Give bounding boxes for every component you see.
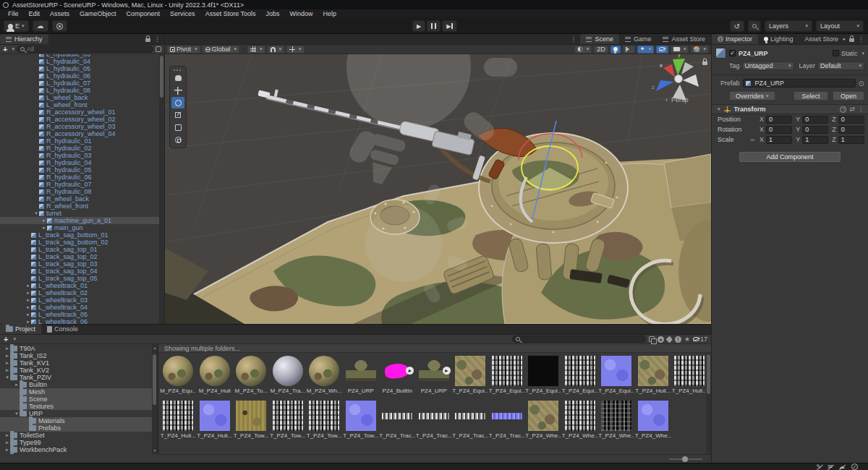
- hierarchy-item[interactable]: R_accessory_wheel_04: [0, 130, 159, 137]
- value-field-x[interactable]: 0: [766, 116, 792, 124]
- hierarchy-item[interactable]: R_hydraulic_04: [0, 159, 159, 166]
- tab-inspector[interactable]: i Inspector: [712, 34, 758, 44]
- scene-view-tab[interactable]: Scene: [580, 34, 619, 44]
- expander-icon[interactable]: [4, 360, 10, 366]
- asset-tile[interactable]: T_PZ4_Whe...: [598, 401, 635, 439]
- value-field-x[interactable]: 0: [766, 126, 792, 134]
- hierarchy-item[interactable]: machine_gun_a_01: [0, 217, 159, 224]
- layers-dropdown[interactable]: Layers▾: [765, 20, 812, 32]
- menu-item[interactable]: Jobs: [261, 10, 285, 17]
- scene-viewport[interactable]: y x z ‹ Persp: [165, 54, 711, 324]
- camera-settings-dropdown[interactable]: ▾: [671, 46, 689, 54]
- expander-icon[interactable]: [4, 432, 10, 438]
- expander-icon[interactable]: [25, 297, 31, 303]
- presets-icon[interactable]: ⇄: [849, 106, 855, 113]
- hierarchy-item[interactable]: R_hydraulic_02: [0, 145, 159, 152]
- hierarchy-item[interactable]: R_wheel_front: [0, 202, 159, 210]
- tab-overflow-icon[interactable]: ▸: [843, 36, 846, 42]
- asset-tile[interactable]: PZ4_URP: [343, 356, 380, 394]
- folder-row[interactable]: Materials: [0, 417, 152, 424]
- asset-tile[interactable]: PZ4_URP: [416, 356, 453, 394]
- asset-tile[interactable]: M_PZ4_Tra...: [270, 356, 307, 394]
- 2d-toggle[interactable]: 2D: [594, 46, 608, 54]
- hierarchy-item[interactable]: R_hydraulic_05: [0, 166, 159, 174]
- expander-icon[interactable]: [14, 411, 20, 416]
- select-button[interactable]: Select: [793, 91, 828, 101]
- folder-row[interactable]: T90A: [0, 345, 152, 352]
- hierarchy-item[interactable]: R_accessory_wheel_03: [0, 123, 159, 130]
- asset-tile[interactable]: T_PZ4_Whe...: [635, 401, 672, 439]
- hierarchy-item[interactable]: main_gun: [0, 224, 159, 231]
- search-everything-button[interactable]: [748, 20, 761, 32]
- asset-tile[interactable]: T_PZ4_Tow...: [343, 401, 380, 439]
- asset-tile[interactable]: T_PZ4_Hull...: [160, 401, 197, 439]
- panel-menu-icon[interactable]: ⋮: [154, 35, 161, 43]
- hierarchy-item[interactable]: L_wheeltrack_02: [0, 289, 159, 296]
- chevron-down-icon[interactable]: ▾: [13, 336, 16, 342]
- asset-tile[interactable]: T_PZ4_Trac...: [379, 401, 416, 439]
- hierarchy-item[interactable]: R_wheel_back: [0, 195, 159, 202]
- picker-icon[interactable]: [156, 46, 161, 52]
- asset-tile[interactable]: T_PZ4_Equi...: [489, 356, 526, 394]
- tool-button[interactable]: [171, 97, 184, 108]
- asset-tile[interactable]: T_PZ4_Hull...: [197, 401, 234, 439]
- hierarchy-item[interactable]: L_wheeltrack_01: [0, 282, 159, 289]
- hierarchy-item[interactable]: R_hydraulic_08: [0, 188, 159, 195]
- hierarchy-item[interactable]: turret: [0, 210, 159, 217]
- tag-dropdown[interactable]: Untagged▾: [742, 61, 794, 70]
- cloud-button[interactable]: ☁: [33, 20, 48, 32]
- grid-scrollbar[interactable]: [706, 353, 711, 454]
- menu-item[interactable]: Assets: [45, 10, 75, 17]
- folder-row[interactable]: Type99: [0, 439, 152, 446]
- expander-icon[interactable]: [14, 382, 20, 388]
- hierarchy-item[interactable]: L_track_sag_top_03: [0, 260, 159, 268]
- expander-icon[interactable]: [25, 312, 31, 317]
- asset-tile[interactable]: T_PZ4_Hull...: [671, 356, 708, 394]
- favorites-icon[interactable]: ★: [684, 336, 690, 343]
- hierarchy-item[interactable]: L_track_sag_top_01: [0, 246, 159, 253]
- panel-menu-icon[interactable]: ⋮: [858, 35, 864, 43]
- step-button[interactable]: ▶: [442, 20, 457, 32]
- layout-dropdown[interactable]: Layout▾: [816, 20, 864, 32]
- tab-lighting[interactable]: Lighting: [758, 34, 799, 44]
- create-object-button[interactable]: +: [3, 46, 7, 53]
- folder-row[interactable]: Tank_IS2: [0, 352, 152, 359]
- object-picker-icon[interactable]: ⊙: [859, 80, 864, 87]
- expander-icon[interactable]: [4, 353, 10, 359]
- asset-tile[interactable]: T_PZ4_Hull...: [635, 356, 672, 394]
- inbox-offline-icon[interactable]: ✉: [827, 464, 833, 470]
- effects-dropdown[interactable]: ✦▾: [637, 46, 654, 54]
- hierarchy-item[interactable]: L_hydraulic_05: [0, 65, 159, 72]
- gizmos-dropdown[interactable]: ▾: [691, 46, 709, 54]
- asset-tile[interactable]: T_PZ4_Trac...: [416, 401, 453, 439]
- play-button[interactable]: ▶: [412, 20, 425, 32]
- hierarchy-item[interactable]: R_hydraulic_06: [0, 174, 159, 181]
- folder-row[interactable]: Tank_KV2: [0, 367, 152, 374]
- asset-tile[interactable]: T_PZ4_Equi...: [452, 356, 489, 394]
- folder-row[interactable]: Tank_KV1: [0, 359, 152, 367]
- value-field-y[interactable]: 1: [802, 136, 828, 144]
- folder-row[interactable]: WorkbenchPack: [0, 446, 152, 453]
- menu-item[interactable]: Asset Store Tools: [200, 10, 261, 17]
- chevron-down-icon[interactable]: ▾: [12, 46, 14, 52]
- tab-asset-store-uploader[interactable]: Asset Store Uploa: [799, 34, 841, 44]
- hierarchy-item[interactable]: L_track_sag_top_02: [0, 253, 159, 260]
- overlay-drag-handle[interactable]: [171, 68, 184, 72]
- menu-item[interactable]: Help: [318, 10, 342, 17]
- expander-icon[interactable]: [33, 210, 39, 216]
- menu-item[interactable]: File: [3, 10, 24, 17]
- scene-view-tab[interactable]: Asset Store: [657, 34, 711, 44]
- expander-icon[interactable]: [25, 283, 31, 289]
- value-field-x[interactable]: 1: [766, 136, 792, 144]
- menu-item[interactable]: Edit: [24, 10, 46, 17]
- hierarchy-scrollbar[interactable]: [159, 54, 164, 324]
- open-search-icon[interactable]: [649, 336, 655, 342]
- paint-offline-icon[interactable]: ✎: [817, 464, 822, 470]
- tab-hierarchy[interactable]: Hierarchy: [0, 34, 48, 44]
- hierarchy-item[interactable]: L_track_sag_bottom_01: [0, 231, 159, 239]
- move-snap-dropdown[interactable]: ▾: [286, 46, 305, 54]
- asset-tile[interactable]: T_PZ4_Whe...: [562, 401, 599, 439]
- tab-project[interactable]: Project: [0, 324, 41, 334]
- expander-icon[interactable]: [25, 319, 31, 324]
- value-field-z[interactable]: 0: [838, 116, 864, 124]
